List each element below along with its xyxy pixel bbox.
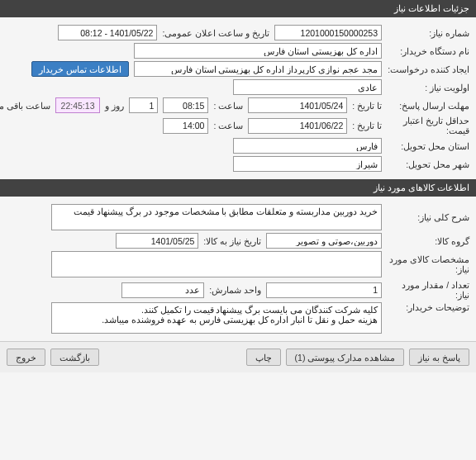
label-to-date-2: تا تاریخ : [352,121,382,130]
label-time-1: ساعت : [213,101,243,111]
label-buyer-notes: توضیحات خریدار: [387,302,469,312]
back-button[interactable]: بازگشت [50,349,99,366]
label-announce-datetime: تاریخ و ساعت اعلان عمومی: [162,28,269,38]
buyer-org-field[interactable] [134,43,382,59]
item-group-field[interactable] [266,233,382,249]
validity-time-field[interactable] [163,118,208,134]
label-delivery-province: استان محل تحویل: [387,141,469,151]
specs-field[interactable] [51,251,382,277]
unit-field[interactable] [121,282,204,298]
label-qty: تعداد / مقدار مورد نیاز: [387,280,469,300]
city-field[interactable] [233,156,382,172]
header-need-info: جزئیات اطلاعات نیاز [0,0,476,17]
announce-datetime-field[interactable] [58,25,157,40]
validity-date-field[interactable] [248,118,347,134]
days-left-field[interactable] [129,97,158,113]
label-time-2: ساعت : [213,121,243,130]
contact-buyer-button[interactable]: اطلاعات تماس خریدار [31,61,129,77]
label-buyer-org: نام دستگاه خریدار: [387,46,469,56]
label-response-deadline: مهلت ارسال پاسخ: [387,101,469,111]
label-need-date: تاریخ نیاز به کالا: [203,236,261,246]
label-price-validity: حداقل تاریخ اعتبار قیمت: [387,116,469,135]
deadline-date-field[interactable] [248,97,347,113]
label-day-and: روز و [105,101,124,111]
header-items-info: اطلاعات کالاهای مورد نیاز [0,179,476,197]
need-date-field[interactable] [116,233,198,249]
summary-field[interactable] [51,204,382,230]
notes-field[interactable] [51,302,382,334]
respond-button[interactable]: پاسخ به نیاز [409,349,469,366]
label-unit: واحد شمارش: [209,285,261,295]
footer-toolbar: پاسخ به نیاز مشاهده مدارک پیوستی (1) چاپ… [0,341,476,372]
countdown-timer: 22:45:13 [55,97,101,113]
deadline-time-field[interactable] [163,97,208,113]
print-button[interactable]: چاپ [246,349,281,366]
label-delivery-city: شهر محل تحویل: [387,159,469,169]
label-to-date-1: تا تاریخ : [352,101,382,111]
label-requester: ایجاد کننده درخواست: [387,64,469,74]
province-field[interactable] [233,138,382,154]
label-need-summary: شرح کلی نیاز: [387,212,469,222]
label-item-specs: مشخصات کالای مورد نیاز: [387,254,469,274]
qty-field[interactable] [266,282,382,298]
exit-button[interactable]: خروج [7,349,45,366]
priority-field[interactable] [233,79,382,95]
label-need-number: شماره نیاز: [387,28,469,38]
attachments-button[interactable]: مشاهده مدارک پیوستی (1) [286,349,405,366]
label-remaining: ساعت باقی مانده [0,101,50,111]
requester-field[interactable] [134,61,382,77]
need-number-field[interactable] [274,25,382,40]
label-item-group: گروه کالا: [387,236,469,246]
label-priority: اولویت نیاز : [387,83,469,92]
